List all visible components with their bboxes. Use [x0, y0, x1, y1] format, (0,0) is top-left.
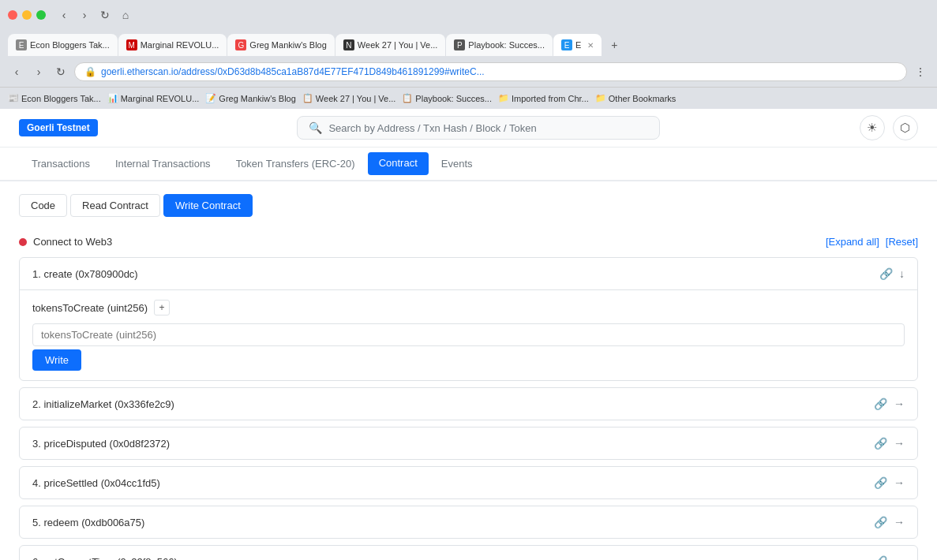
logo-badge[interactable]: Goerli Testnet — [19, 119, 98, 136]
function-body-1: tokensToCreate (uint256) + Write — [20, 289, 917, 380]
expand-all-link[interactable]: [Expand all] — [826, 236, 879, 248]
tab-events[interactable]: Events — [429, 150, 485, 179]
write-button-1[interactable]: Write — [32, 349, 81, 371]
tab-favicon: G — [235, 39, 246, 50]
search-bar[interactable]: 🔍 Search by Address / Txn Hash / Block /… — [297, 116, 660, 140]
content-area: Code Read Contract Write Contract Connec… — [0, 181, 937, 560]
connection-status-dot — [19, 238, 27, 246]
tab-internal-transactions[interactable]: Internal Transactions — [103, 150, 223, 179]
new-tab-button[interactable]: + — [605, 36, 623, 54]
tab-token-transfers[interactable]: Token Transfers (ERC-20) — [223, 150, 368, 179]
theme-toggle-button[interactable]: ☀ — [860, 115, 885, 140]
link-icon-5[interactable]: 🔗 — [874, 516, 887, 528]
title-bar: ‹ › ↻ ⌂ — [0, 0, 937, 30]
bookmarks-bar: 📰 Econ Bloggers Tak... 📊 Marginal REVOLU… — [0, 87, 937, 109]
connect-actions: [Expand all] [Reset] — [826, 236, 918, 248]
function-title-1: 1. create (0x780900dc) — [32, 268, 138, 280]
back-nav-icon[interactable]: ‹ — [8, 63, 25, 80]
search-icon: 🔍 — [309, 121, 322, 134]
maximize-button[interactable] — [36, 10, 46, 20]
tab-contract[interactable]: Contract — [368, 152, 429, 175]
tab-label: Greg Mankiw's Blog — [249, 40, 326, 50]
logo-area: Goerli Testnet — [19, 119, 98, 136]
bookmark-item[interactable]: 📋 Week 27 | You | Ve... — [302, 93, 396, 103]
function-icons-6: 🔗 → — [874, 555, 905, 560]
bookmark-item[interactable]: 📋 Playbook: Succes... — [402, 93, 492, 103]
link-icon-2[interactable]: 🔗 — [874, 398, 887, 410]
back-button[interactable]: ‹ — [55, 6, 73, 24]
function-section-5: 5. redeem (0xdb006a75) 🔗 → — [19, 506, 918, 539]
bookmark-item[interactable]: 📝 Greg Mankiw's Blog — [205, 93, 295, 103]
bookmark-label: Playbook: Succes... — [415, 94, 492, 103]
arrow-right-icon-3[interactable]: → — [894, 437, 905, 450]
function-section-1: 1. create (0x780900dc) 🔗 ↓ tokensToCreat… — [19, 257, 918, 381]
arrow-right-icon-2[interactable]: → — [894, 398, 905, 410]
forward-nav-icon[interactable]: › — [30, 63, 47, 80]
browser-tab[interactable]: N Week 27 | You | Ve... — [335, 34, 446, 56]
url-text: goerli.etherscan.io/address/0xD63d8b485c… — [101, 66, 897, 77]
function-icons-2: 🔗 → — [874, 398, 905, 410]
code-tab-button[interactable]: Code — [19, 194, 67, 217]
tab-favicon: M — [126, 39, 137, 50]
function-header-3[interactable]: 3. priceDisputed (0x0d8f2372) 🔗 → — [20, 427, 917, 459]
function-section-3: 3. priceDisputed (0x0d8f2372) 🔗 → — [19, 427, 918, 460]
function-header-1[interactable]: 1. create (0x780900dc) 🔗 ↓ — [20, 258, 917, 289]
function-icons-5: 🔗 → — [874, 516, 905, 528]
arrow-right-icon-6[interactable]: → — [894, 555, 905, 560]
tab-label: Week 27 | You | Ve... — [358, 40, 438, 50]
arrow-right-icon-5[interactable]: → — [894, 516, 905, 528]
bookmark-label: Imported from Chr... — [512, 94, 589, 103]
folder-icon: 📁 — [595, 93, 606, 103]
connect-row: Connect to Web3 [Expand all] [Reset] — [19, 230, 918, 257]
browser-tab[interactable]: P Playbook: Succes... — [446, 34, 553, 56]
reload-button[interactable]: ↻ — [96, 6, 114, 24]
tab-bar: E Econ Bloggers Tak... M Marginal REVOLU… — [0, 30, 937, 57]
function-icons-4: 🔗 → — [874, 476, 905, 489]
reset-link[interactable]: [Reset] — [886, 236, 918, 248]
plus-button-1[interactable]: + — [154, 300, 170, 315]
topbar-icons: ☀ ⬡ — [860, 115, 918, 140]
link-icon-6[interactable]: 🔗 — [874, 555, 887, 560]
function-header-4[interactable]: 4. priceSettled (0x04cc1fd5) 🔗 → — [20, 467, 917, 498]
param-input-1[interactable] — [32, 323, 905, 346]
forward-button[interactable]: › — [76, 6, 93, 24]
arrow-right-icon-4[interactable]: → — [894, 476, 905, 489]
function-header-5[interactable]: 5. redeem (0xdb006a75) 🔗 → — [20, 506, 917, 538]
search-placeholder-text: Search by Address / Txn Hash / Block / T… — [328, 122, 648, 134]
link-icon-1[interactable]: 🔗 — [879, 267, 893, 280]
bookmark-folder-item[interactable]: 📁 Other Bookmarks — [595, 93, 677, 103]
param-row-1: tokensToCreate (uint256) + — [32, 300, 905, 315]
write-contract-tab-button[interactable]: Write Contract — [163, 194, 253, 217]
minimize-button[interactable] — [22, 10, 32, 20]
read-contract-tab-button[interactable]: Read Contract — [70, 194, 160, 217]
tab-close-icon[interactable]: ✕ — [587, 41, 594, 50]
browser-tab[interactable]: E Econ Bloggers Tak... — [8, 34, 118, 56]
function-icons-3: 🔗 → — [874, 437, 905, 450]
bookmark-icon: 📋 — [302, 93, 313, 103]
bookmark-item[interactable]: 📰 Econ Bloggers Tak... — [8, 93, 101, 103]
function-header-2[interactable]: 2. initializeMarket (0x336fe2c9) 🔗 → — [20, 388, 917, 420]
bookmark-label: Other Bookmarks — [609, 94, 677, 103]
close-button[interactable] — [8, 10, 17, 20]
browser-tab-active[interactable]: E E ✕ — [553, 34, 602, 56]
bookmark-icon: 📰 — [8, 93, 19, 103]
bookmark-folder-item[interactable]: 📁 Imported from Chr... — [498, 93, 589, 103]
function-section-6: 6. setCurrentTime (0x22f8e566) 🔗 → — [19, 545, 918, 560]
address-bar[interactable]: 🔒 goerli.etherscan.io/address/0xD63d8b48… — [74, 62, 907, 81]
link-icon-4[interactable]: 🔗 — [874, 476, 887, 489]
traffic-lights — [8, 10, 46, 20]
browser-tab[interactable]: G Greg Mankiw's Blog — [227, 34, 334, 56]
chevron-down-icon-1[interactable]: ↓ — [899, 267, 905, 280]
tab-transactions[interactable]: Transactions — [19, 150, 103, 179]
folder-icon: 📁 — [498, 93, 509, 103]
home-button[interactable]: ⌂ — [117, 6, 134, 24]
extensions-icon[interactable]: ⋮ — [912, 63, 929, 80]
function-title-6: 6. setCurrentTime (0x22f8e566) — [32, 556, 178, 561]
browser-tab[interactable]: M Marginal REVOLU... — [118, 34, 227, 56]
reload-nav-icon[interactable]: ↻ — [52, 63, 69, 80]
link-icon-3[interactable]: 🔗 — [874, 437, 887, 450]
function-header-6[interactable]: 6. setCurrentTime (0x22f8e566) 🔗 → — [20, 546, 917, 560]
eth-icon-button[interactable]: ⬡ — [893, 115, 918, 140]
bookmark-item[interactable]: 📊 Marginal REVOLU... — [107, 93, 200, 103]
param-label-1: tokensToCreate (uint256) — [32, 302, 148, 314]
